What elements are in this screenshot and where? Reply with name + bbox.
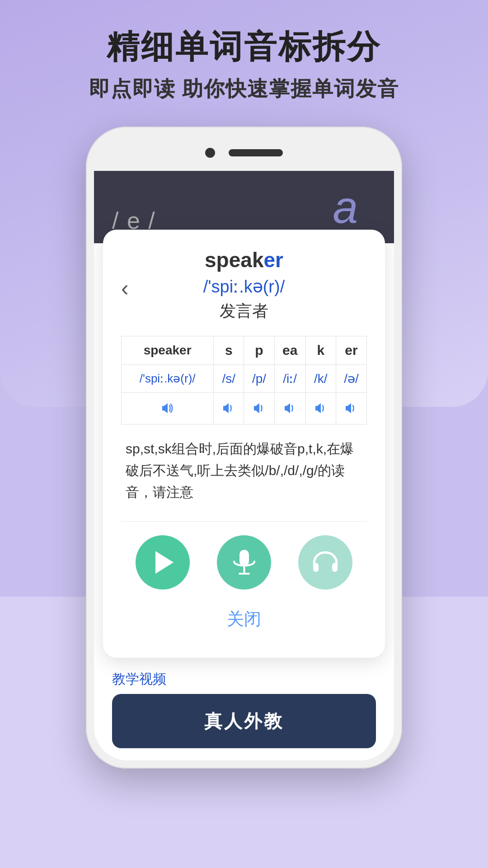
- main-title: 精细单词音标拆分: [0, 27, 488, 66]
- sub-title: 即点即读 助你快速掌握单词发音: [0, 75, 488, 103]
- mic-button[interactable]: [217, 535, 271, 590]
- action-buttons: [121, 535, 367, 590]
- speaker-icon-p[interactable]: [247, 402, 271, 418]
- camera-dot: [205, 148, 215, 158]
- speaker-s[interactable]: [214, 393, 244, 425]
- video-label: 教学视频: [112, 670, 376, 689]
- phonetic-full[interactable]: /'spiː.kə(r)/: [122, 365, 214, 393]
- phonetic-s[interactable]: /s/: [214, 365, 244, 393]
- headphone-button[interactable]: [298, 535, 352, 590]
- phonetic-er[interactable]: /ə/: [336, 365, 366, 393]
- word-display: speaker: [121, 248, 367, 272]
- speaker-grille: [229, 149, 283, 156]
- col-header-er[interactable]: er: [336, 336, 366, 365]
- speaker-icon-s[interactable]: [216, 402, 241, 418]
- play-button[interactable]: [136, 535, 190, 590]
- modal-card: speaker ‹ /'spiː.kə(r)/ 发言者 speaker s: [103, 230, 385, 658]
- word-meaning: 发言者: [121, 300, 367, 322]
- phoneme-table: speaker s p ea k er /'spiː.kə(r)/: [121, 336, 367, 425]
- phone-inner-shell: / e / a speaker ‹ /'spiː.kə(r)/ 发言者: [94, 135, 394, 760]
- screen-bottom: 教学视频 真人外教: [94, 661, 394, 760]
- phonetic-k[interactable]: /k/: [305, 365, 336, 393]
- phone-mockup: / e / a speaker ‹ /'spiː.kə(r)/ 发言者: [86, 127, 402, 769]
- col-header-full[interactable]: speaker: [122, 336, 214, 365]
- phone-outer-shell: / e / a speaker ‹ /'spiː.kə(r)/ 发言者: [86, 127, 402, 769]
- video-preview[interactable]: 真人外教: [112, 694, 376, 748]
- svg-rect-4: [332, 563, 338, 572]
- col-header-s[interactable]: s: [214, 336, 244, 365]
- col-header-ea[interactable]: ea: [274, 336, 305, 365]
- header-section: 精细单词音标拆分 即点即读 助你快速掌握单词发音: [0, 27, 488, 103]
- speaker-k[interactable]: [305, 393, 336, 425]
- speaker-p[interactable]: [244, 393, 274, 425]
- col-header-k[interactable]: k: [305, 336, 336, 365]
- speaker-er[interactable]: [336, 393, 366, 425]
- svg-rect-0: [239, 550, 249, 566]
- col-header-p[interactable]: p: [244, 336, 274, 365]
- play-icon: [155, 551, 174, 574]
- divider: [121, 521, 367, 522]
- phonetic-display: /'spiː.kə(r)/: [121, 277, 367, 297]
- phone-notch: [94, 135, 394, 171]
- speaker-icon-k[interactable]: [309, 402, 333, 418]
- phonetic-p[interactable]: /p/: [244, 365, 274, 393]
- word-highlight: er: [263, 248, 283, 272]
- letter-preview: a: [333, 181, 358, 233]
- speaker-ea[interactable]: [274, 393, 305, 425]
- speaker-icon-full[interactable]: [124, 402, 211, 418]
- speaker-icon-ea[interactable]: [277, 402, 303, 418]
- speaker-icon-er[interactable]: [339, 402, 364, 418]
- video-preview-text: 真人外教: [204, 709, 284, 734]
- speaker-full[interactable]: [122, 393, 214, 425]
- back-button[interactable]: ‹: [121, 275, 129, 301]
- phonetic-ea[interactable]: /iː/: [274, 365, 305, 393]
- close-button[interactable]: 关闭: [121, 603, 367, 635]
- mic-icon: [232, 549, 257, 576]
- headphone-icon: [312, 550, 339, 575]
- phoneme-note: sp,st,sk组合时,后面的爆破音p,t,k,在爆破后不送气,听上去类似/b/…: [121, 438, 367, 503]
- svg-rect-3: [313, 563, 319, 572]
- phone-screen: / e / a speaker ‹ /'spiː.kə(r)/ 发言者: [94, 171, 394, 760]
